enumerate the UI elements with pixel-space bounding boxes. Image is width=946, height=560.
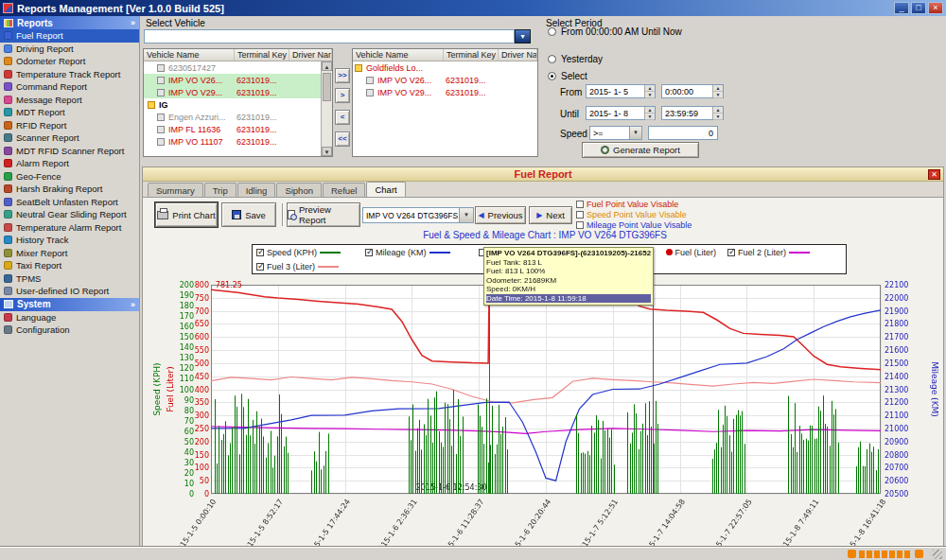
sidebar-item[interactable]: Harsh Braking Report <box>0 183 139 196</box>
sidebar-item[interactable]: MDT Report <box>0 106 139 119</box>
speed-value-input[interactable]: 0 <box>648 126 718 140</box>
vehicle-search-input[interactable] <box>144 29 515 44</box>
scroll-thumb[interactable] <box>323 73 331 101</box>
point-value-checkbox[interactable]: Mileage Point Value Visable <box>576 219 692 230</box>
vehicle-row[interactable]: IMP VO V26... 6231019... <box>353 74 537 86</box>
sidebar-item[interactable]: Neutral Gear Sliding Report <box>0 208 139 221</box>
sidebar-item[interactable]: Temperature Alarm Report <box>0 221 139 235</box>
sidebar-item[interactable]: Command Report <box>0 80 139 94</box>
vehicle-row[interactable]: IMP VO V29... 6231019... <box>353 86 537 98</box>
column-vehicle-name[interactable]: Vehicle Name <box>144 49 235 61</box>
legend-entry[interactable]: Fuel 2 (Liter) <box>727 248 810 257</box>
sidebar-item[interactable]: Fuel Report <box>0 29 139 43</box>
period-option-until-now[interactable]: From 00:00:00 AM Until Now <box>548 26 682 37</box>
date-spinner-icon[interactable]: ▲▼ <box>644 85 655 97</box>
point-value-checkbox[interactable]: Fuel Point Value Visable <box>576 199 692 209</box>
close-button[interactable]: × <box>928 2 943 14</box>
radio-icon[interactable] <box>548 27 556 36</box>
move-right-button[interactable]: > <box>335 88 350 103</box>
sidebar-item[interactable]: MDT RFID Scanner Report <box>0 145 139 158</box>
until-date-picker[interactable]: 2015- 1- 8 ▲▼ <box>586 106 656 120</box>
column-driver-name[interactable]: Driver Nam <box>289 49 332 61</box>
sidebar-item[interactable]: History Track <box>0 234 139 247</box>
report-tab[interactable]: Summary <box>148 183 203 197</box>
previous-button[interactable]: ◀ Previous <box>475 206 526 224</box>
sidebar-item[interactable]: Scanner Report <box>0 131 139 145</box>
vehicle-dropdown[interactable]: IMP VO V264 DTG396FS ▼ <box>362 207 474 223</box>
legend-checkbox[interactable] <box>727 249 735 256</box>
vehicle-row[interactable]: IMP VO V29... 6231019... <box>144 86 332 98</box>
next-button[interactable]: ▶ Next <box>529 206 572 224</box>
sidebar-item[interactable]: Odometer Report <box>0 55 139 68</box>
period-option-yesterday[interactable]: Yesterday <box>548 54 603 64</box>
legend-entry[interactable]: Speed (KPH) <box>256 248 341 257</box>
speed-operator-select[interactable]: >= ▼ <box>589 126 642 140</box>
legend-entry[interactable]: Fuel (Liter) <box>666 248 717 257</box>
move-right-all-button[interactable]: >> <box>335 68 350 83</box>
checkbox-icon[interactable] <box>576 221 584 229</box>
vehicle-row[interactable]: IG <box>144 98 332 111</box>
scroll-up-arrow[interactable]: ▲ <box>322 61 332 71</box>
move-left-button[interactable]: < <box>335 110 350 125</box>
vehicle-row[interactable]: Goldfields Lo... <box>353 61 537 74</box>
legend-entry[interactable]: Fuel 3 (Liter) <box>256 262 339 271</box>
column-terminal-key[interactable]: Terminal Key <box>444 49 499 61</box>
checkbox-icon[interactable] <box>576 211 584 219</box>
legend-entry[interactable]: Mileage (KM) <box>365 248 450 257</box>
save-button[interactable]: Save <box>221 202 276 227</box>
vehicle-row[interactable]: 6230517427 <box>144 61 332 74</box>
report-tab[interactable]: Refuel <box>323 183 365 197</box>
move-left-all-button[interactable]: << <box>335 131 350 147</box>
sidebar-item[interactable]: User-defined IO Report <box>0 285 139 298</box>
sidebar-item[interactable]: Taxi Report <box>0 259 139 272</box>
point-value-checkbox[interactable]: Speed Point Value Visable <box>576 209 692 219</box>
grid-scrollbar[interactable]: ▲ ▼ <box>321 61 332 156</box>
time-spinner-icon[interactable]: ▲▼ <box>712 107 723 119</box>
sidebar-item[interactable]: RFID Report <box>0 119 139 132</box>
print-chart-button[interactable]: Print Chart <box>155 202 218 227</box>
radio-icon[interactable] <box>548 55 556 63</box>
generate-report-button[interactable]: Generate Report <box>582 142 699 158</box>
column-driver-name[interactable]: Driver Nam <box>499 49 537 61</box>
report-tab[interactable]: Chart <box>366 182 405 197</box>
maximize-button[interactable]: □ <box>911 2 926 14</box>
vehicle-row[interactable]: IMP VO 11107 6231019... <box>144 135 332 148</box>
sidebar-item[interactable]: Message Report <box>0 94 139 107</box>
legend-checkbox[interactable] <box>256 263 264 271</box>
until-time-picker[interactable]: 23:59:59 ▲▼ <box>661 106 724 120</box>
sidebar-item[interactable]: Geo-Fence <box>0 170 139 184</box>
radio-icon[interactable] <box>548 72 556 80</box>
sidebar-item[interactable]: Alarm Report <box>0 157 139 170</box>
search-button[interactable]: ▾ <box>515 29 531 44</box>
vehicle-row[interactable]: IMP VO V26... 6231019... <box>144 74 332 86</box>
sidebar-item[interactable]: Driving Report <box>0 43 139 56</box>
column-vehicle-name[interactable]: Vehicle Name <box>353 49 444 61</box>
column-terminal-key[interactable]: Terminal Key <box>235 49 289 61</box>
sidebar-section-system[interactable]: System » <box>0 298 139 311</box>
period-option-select[interactable]: Select <box>548 71 587 81</box>
date-spinner-icon[interactable]: ▲▼ <box>644 107 655 119</box>
sidebar-item[interactable]: Configuration <box>0 324 139 337</box>
resize-grip[interactable] <box>933 550 942 559</box>
from-time-picker[interactable]: 0:00:00 ▲▼ <box>661 84 724 98</box>
vehicle-row[interactable]: Engen Azzuri... 6231019... <box>144 111 332 123</box>
sidebar-item[interactable]: Mixer Report <box>0 247 139 260</box>
sidebar-section-reports[interactable]: Reports » <box>0 16 139 29</box>
sidebar-item[interactable]: Temperature Track Report <box>0 68 139 81</box>
report-close-button[interactable]: ✕ <box>928 169 940 180</box>
time-spinner-icon[interactable]: ▲▼ <box>712 85 723 97</box>
scroll-down-arrow[interactable]: ▼ <box>322 147 332 156</box>
chevron-down-icon[interactable]: ▼ <box>459 208 473 222</box>
report-tab[interactable]: Siphon <box>276 183 322 197</box>
legend-checkbox[interactable] <box>365 249 373 256</box>
sidebar-item[interactable]: SeatBelt Unfasten Report <box>0 196 139 209</box>
checkbox-icon[interactable] <box>576 201 584 208</box>
report-tab[interactable]: Idling <box>237 183 276 197</box>
minimize-button[interactable]: _ <box>894 2 909 14</box>
sidebar-item[interactable]: Language <box>0 311 139 324</box>
chevron-down-icon[interactable]: ▼ <box>629 127 641 139</box>
from-date-picker[interactable]: 2015- 1- 5 ▲▼ <box>586 84 656 98</box>
vehicle-row[interactable]: IMP FL 11636 6231019... <box>144 123 332 135</box>
preview-report-button[interactable]: Preview Report <box>287 202 360 227</box>
sidebar-item[interactable]: TPMS <box>0 272 139 286</box>
